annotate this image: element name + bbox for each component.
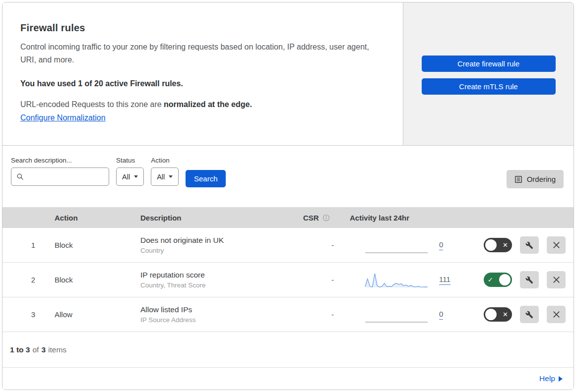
rule-description: Allow listed IPs	[140, 305, 295, 314]
actions-panel: Create firewall rule Create mTLS rule	[403, 2, 574, 145]
pagination-summary: 1 to 3 of 3 items	[2, 332, 574, 368]
edit-rule-button[interactable]	[520, 236, 539, 254]
search-button[interactable]: Search	[186, 170, 226, 187]
edit-rule-button[interactable]	[520, 271, 539, 288]
chevron-right-icon	[559, 376, 563, 382]
close-icon	[553, 311, 560, 318]
rule-priority: 2	[2, 276, 47, 284]
description-column-header: Description	[131, 214, 295, 222]
rule-description-cell: IP reputation score Country, Threat Scor…	[131, 271, 295, 289]
rule-fields: IP Source Address	[140, 316, 295, 324]
rule-priority: 1	[2, 241, 47, 249]
normalization-note: URL-encoded Requests to this zone are no…	[20, 100, 383, 109]
status-selected-value: All	[122, 173, 130, 181]
search-icon	[16, 173, 24, 180]
intro-section: Firewall rules Control incoming traffic …	[2, 2, 574, 146]
action-label: Action	[151, 157, 179, 164]
activity-count-link[interactable]: 0	[439, 310, 443, 320]
ordering-label: Ordering	[527, 175, 556, 183]
rule-action: Block	[47, 241, 131, 249]
toggle-knob	[485, 239, 497, 251]
rule-csr-value: -	[295, 276, 345, 284]
search-input[interactable]	[27, 173, 105, 181]
rule-activity-cell: 111	[345, 272, 479, 288]
info-icon[interactable]	[322, 214, 330, 222]
rule-controls: ✓ ✕	[479, 236, 574, 254]
help-row: Help	[2, 368, 574, 390]
ordering-button[interactable]: Ordering	[507, 170, 564, 188]
rule-activity-cell: 0	[345, 306, 479, 323]
delete-rule-button[interactable]	[547, 236, 566, 254]
page-description: Control incoming traffic to your zone by…	[20, 41, 370, 66]
rule-description-cell: Does not originate in UK Country	[131, 236, 295, 254]
items-range: 1 to 3	[10, 345, 30, 354]
wrench-icon	[525, 311, 533, 319]
help-label: Help	[539, 374, 555, 383]
rule-enable-toggle[interactable]: ✓ ✕	[484, 307, 512, 322]
rule-description: IP reputation score	[140, 271, 295, 280]
delete-rule-button[interactable]	[547, 271, 566, 288]
chevron-down-icon	[169, 175, 173, 178]
normalization-text: URL-encoded Requests to this zone are	[20, 100, 162, 109]
wrench-icon	[525, 241, 533, 249]
rule-priority: 3	[2, 310, 47, 319]
search-label: Search description...	[11, 157, 109, 164]
rule-action: Block	[47, 276, 131, 284]
rule-activity-cell: 0	[345, 237, 479, 254]
of-label: of	[32, 345, 39, 354]
usage-summary: You have used 1 of 20 active Firewall ru…	[20, 79, 383, 88]
filter-bar: Search description... Status All Action …	[2, 146, 574, 207]
rule-csr-value: -	[295, 241, 345, 249]
x-icon: ✕	[503, 311, 508, 318]
rule-description-cell: Allow listed IPs IP Source Address	[131, 305, 295, 324]
csr-label: CSR	[303, 214, 319, 222]
search-field: Search description...	[11, 157, 109, 186]
rule-fields: Country, Threat Score	[140, 281, 295, 289]
csr-column-header: CSR	[295, 214, 345, 222]
rule-controls: ✓ ✕	[479, 306, 574, 323]
firewall-rules-page: Firewall rules Control incoming traffic …	[2, 2, 574, 390]
table-row: 1 Block Does not originate in UK Country…	[2, 228, 574, 263]
rule-enable-toggle[interactable]: ✓ ✕	[484, 273, 512, 287]
rule-enable-toggle[interactable]: ✓ ✕	[484, 238, 512, 252]
activity-sparkline	[365, 272, 428, 288]
normalization-bold: normalized at the edge.	[164, 100, 252, 109]
delete-rule-button[interactable]	[547, 306, 566, 323]
items-label: items	[48, 345, 66, 354]
configure-normalization-link[interactable]: Configure Normalization	[20, 113, 106, 122]
action-selected-value: All	[157, 173, 165, 181]
rule-csr-value: -	[295, 310, 345, 319]
items-total: 3	[41, 345, 46, 354]
ordering-icon	[514, 175, 522, 183]
action-select[interactable]: All	[151, 168, 179, 186]
x-icon: ✕	[503, 242, 508, 248]
action-field: Action All	[151, 157, 179, 186]
chevron-down-icon	[134, 175, 138, 178]
toggle-knob	[485, 309, 497, 320]
rule-description: Does not originate in UK	[140, 236, 295, 245]
search-box[interactable]	[11, 168, 109, 186]
edit-rule-button[interactable]	[520, 306, 539, 323]
check-icon: ✓	[488, 277, 493, 283]
page-title: Firewall rules	[20, 22, 383, 34]
create-mtls-rule-button[interactable]: Create mTLS rule	[422, 78, 556, 95]
activity-sparkline	[365, 237, 428, 254]
wrench-icon	[525, 276, 533, 284]
table-row: 2 Block IP reputation score Country, Thr…	[2, 263, 574, 297]
activity-count-link[interactable]: 111	[439, 275, 450, 285]
status-label: Status	[116, 157, 144, 164]
action-column-header: Action	[47, 214, 131, 222]
help-link[interactable]: Help	[539, 374, 563, 383]
activity-column-header: Activity last 24hr	[345, 214, 479, 222]
close-icon	[553, 241, 560, 249]
activity-count-link[interactable]: 0	[439, 240, 443, 250]
status-select[interactable]: All	[116, 168, 144, 186]
table-header: Action Description CSR Activity last 24h…	[2, 207, 574, 228]
close-icon	[553, 276, 560, 283]
rule-fields: Country	[140, 247, 295, 254]
rule-controls: ✓ ✕	[479, 271, 574, 288]
intro-card: Firewall rules Control incoming traffic …	[2, 2, 403, 145]
table-row: 3 Allow Allow listed IPs IP Source Addre…	[2, 297, 574, 332]
rule-action: Allow	[47, 310, 131, 319]
create-firewall-rule-button[interactable]: Create firewall rule	[422, 56, 556, 72]
